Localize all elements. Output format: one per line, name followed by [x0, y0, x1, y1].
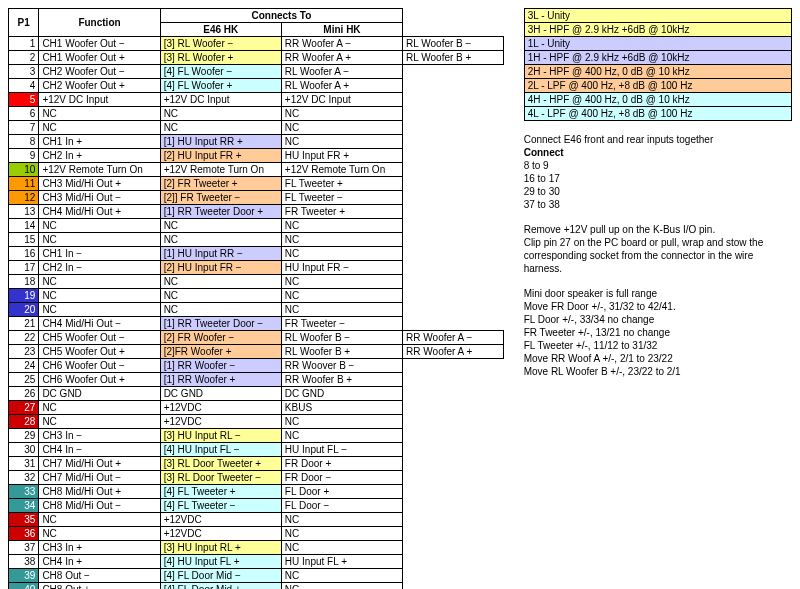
table-row: 10+12V Remote Turn On+12V Remote Turn On… — [9, 163, 504, 177]
pin-table: P1 Function Connects To E46 HK Mini HK 1… — [8, 8, 504, 589]
legend-row: 1L - Unity — [524, 37, 791, 51]
mini-cell: FL Door + — [281, 485, 402, 499]
function-cell: +12V DC Input — [39, 93, 160, 107]
pin-cell: 15 — [9, 233, 39, 247]
pin-cell: 20 — [9, 303, 39, 317]
table-row: 11CH3 Mid/Hi Out +[2] FR Tweeter +FL Twe… — [9, 177, 504, 191]
function-cell: CH2 Woofer Out + — [39, 79, 160, 93]
mini-cell: RL Woofer B − — [281, 331, 402, 345]
pin-cell: 28 — [9, 415, 39, 429]
legend-cell: 3L - Unity — [524, 9, 791, 23]
pin-cell: 26 — [9, 387, 39, 401]
table-row: 12CH3 Mid/Hi Out −[2]] FR Tweeter −FL Tw… — [9, 191, 504, 205]
e46-cell: NC — [160, 275, 281, 289]
function-cell: NC — [39, 121, 160, 135]
side-panel: 3L - Unity3H - HPF @ 2.9 kHz +6dB @ 10kH… — [524, 8, 792, 378]
legend-cell: 2H - HPF @ 400 Hz, 0 dB @ 10 kHz — [524, 65, 791, 79]
pin-cell: 22 — [9, 331, 39, 345]
e46-cell: [4] FL Woofer + — [160, 79, 281, 93]
pin-cell: 10 — [9, 163, 39, 177]
mini-cell: FR Door + — [281, 457, 402, 471]
function-cell: CH5 Woofer Out + — [39, 345, 160, 359]
mini-cell: NC — [281, 527, 402, 541]
e46-cell: +12V Remote Turn On — [160, 163, 281, 177]
table-row: 22CH5 Woofer Out −[2] FR Woofer −RL Woof… — [9, 331, 504, 345]
e46-cell: [1] RR Tweeter Door + — [160, 205, 281, 219]
note-line: Connect — [524, 146, 792, 159]
pin-cell: 21 — [9, 317, 39, 331]
pin-cell: 37 — [9, 541, 39, 555]
mini-cell: NC — [281, 135, 402, 149]
mini-cell: FL Tweeter + — [281, 177, 402, 191]
function-cell: NC — [39, 275, 160, 289]
hdr-mini: Mini HK — [281, 23, 402, 37]
mini-cell: NC — [281, 275, 402, 289]
e46-cell: [4] FL Tweeter + — [160, 485, 281, 499]
e46-cell: [4] HU Input FL + — [160, 555, 281, 569]
mini-cell: NC — [281, 429, 402, 443]
e46-cell: [3] RL Woofer + — [160, 51, 281, 65]
note-line: Mini door speaker is full range — [524, 287, 792, 300]
function-cell: CH2 In + — [39, 149, 160, 163]
table-row: 26DC GNDDC GNDDC GND — [9, 387, 504, 401]
mini-cell: DC GND — [281, 387, 402, 401]
e46-cell: [4] FL Tweeter − — [160, 499, 281, 513]
table-row: 33CH8 Mid/Hi Out +[4] FL Tweeter +FL Doo… — [9, 485, 504, 499]
table-row: 37CH3 In +[3] HU Input RL +NC — [9, 541, 504, 555]
mini-cell: NC — [281, 219, 402, 233]
pin-cell: 19 — [9, 289, 39, 303]
e46-cell: [1] RR Woofer + — [160, 373, 281, 387]
e46-cell: [3] HU Input RL + — [160, 541, 281, 555]
mini-cell: FR Door − — [281, 471, 402, 485]
e46-cell: [1] HU Input RR + — [160, 135, 281, 149]
table-row: 35NC+12VDCNC — [9, 513, 504, 527]
function-cell: CH1 In + — [39, 135, 160, 149]
table-row: 27NC+12VDCKBUS — [9, 401, 504, 415]
function-cell: CH4 Mid/Hi Out − — [39, 317, 160, 331]
table-row: 19NCNCNC — [9, 289, 504, 303]
mini-cell: NC — [281, 233, 402, 247]
legend-cell: 2L - LPF @ 400 Hz, +8 dB @ 100 Hz — [524, 79, 791, 93]
function-cell: CH1 Woofer Out − — [39, 37, 160, 51]
e46-cell: +12V DC Input — [160, 93, 281, 107]
table-row: 8CH1 In +[1] HU Input RR +NC — [9, 135, 504, 149]
table-row: 17CH2 In −[2] HU Input FR −HU Input FR − — [9, 261, 504, 275]
table-row: 32CH7 Mid/Hi Out −[3] RL Door Tweeter −F… — [9, 471, 504, 485]
pin-cell: 6 — [9, 107, 39, 121]
function-cell: CH1 In − — [39, 247, 160, 261]
e46-cell: NC — [160, 107, 281, 121]
pin-cell: 9 — [9, 149, 39, 163]
function-cell: NC — [39, 233, 160, 247]
pin-cell: 18 — [9, 275, 39, 289]
table-row: 4CH2 Woofer Out +[4] FL Woofer +RL Woofe… — [9, 79, 504, 93]
note-line: 29 to 30 — [524, 185, 792, 198]
note-line: Move RR Woof A +/-, 2/1 to 23/22 — [524, 352, 792, 365]
e46-cell: [3] HU Input RL − — [160, 429, 281, 443]
table-row: 28NC+12VDCNC — [9, 415, 504, 429]
note-line: Move FR Door +/-, 31/32 to 42/41. — [524, 300, 792, 313]
e46-cell: [1] RR Tweeter Door − — [160, 317, 281, 331]
function-cell: CH4 In + — [39, 555, 160, 569]
pin-cell: 40 — [9, 583, 39, 590]
e46-cell: [2] HU Input FR + — [160, 149, 281, 163]
pin-cell: 31 — [9, 457, 39, 471]
e46-cell: +12VDC — [160, 527, 281, 541]
extra-cell: RR Woofer A − — [403, 331, 504, 345]
legend-row: 1H - HPF @ 2.9 kHz +6dB @ 10kHz — [524, 51, 791, 65]
note-line: FL Tweeter +/-, 11/12 to 31/32 — [524, 339, 792, 352]
mini-cell: NC — [281, 513, 402, 527]
function-cell: CH6 Woofer Out − — [39, 359, 160, 373]
pin-cell: 17 — [9, 261, 39, 275]
function-cell: CH8 Mid/Hi Out − — [39, 499, 160, 513]
mini-cell: RL Woofer A − — [281, 65, 402, 79]
extra-cell: RR Woofer A + — [403, 345, 504, 359]
pin-cell: 36 — [9, 527, 39, 541]
legend-row: 3L - Unity — [524, 9, 791, 23]
legend-row: 2L - LPF @ 400 Hz, +8 dB @ 100 Hz — [524, 79, 791, 93]
e46-cell: NC — [160, 233, 281, 247]
function-cell: CH3 Mid/Hi Out − — [39, 191, 160, 205]
function-cell: CH5 Woofer Out − — [39, 331, 160, 345]
pin-cell: 33 — [9, 485, 39, 499]
table-row: 2CH1 Woofer Out +[3] RL Woofer +RR Woofe… — [9, 51, 504, 65]
e46-cell: [4] HU Input FL − — [160, 443, 281, 457]
